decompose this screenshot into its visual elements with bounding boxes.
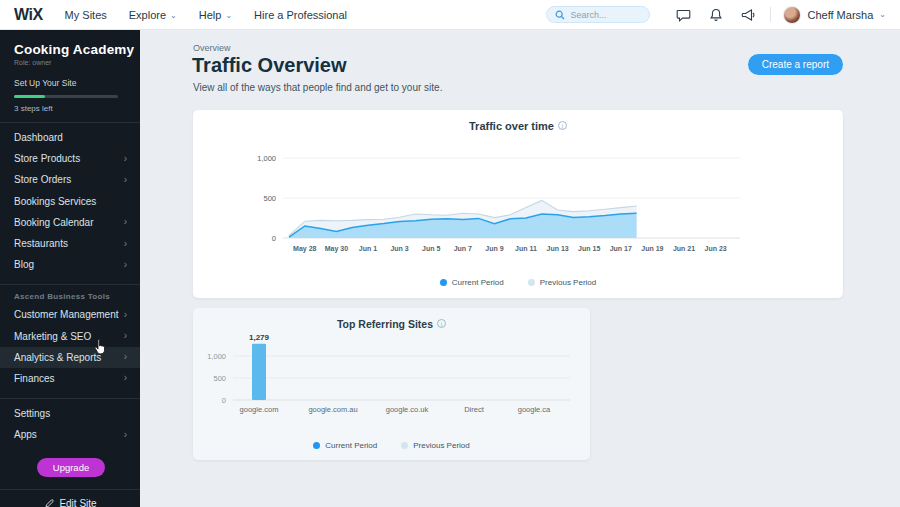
avatar [783, 6, 801, 24]
topbar-icons [676, 8, 756, 22]
search-icon [555, 10, 565, 20]
svg-text:google.com: google.com [240, 405, 279, 414]
megaphone-icon[interactable] [741, 8, 756, 22]
wix-logo[interactable]: WiX [14, 6, 43, 24]
sidebar-item-restaurants[interactable]: Restaurants› [0, 233, 140, 254]
sidebar-item-booking-calendar[interactable]: Booking Calendar› [0, 212, 140, 233]
svg-text:Jun 21: Jun 21 [673, 245, 695, 252]
site-role: Role: owner [14, 59, 140, 66]
svg-text:500: 500 [263, 194, 276, 203]
breadcrumb[interactable]: Overview [193, 43, 231, 53]
edit-site-label: Edit Site [59, 498, 96, 507]
traffic-over-time-card: Traffic over timei 05001,000May 28May 30… [193, 110, 843, 298]
svg-text:Jun 5: Jun 5 [422, 245, 440, 252]
pencil-icon [45, 499, 54, 507]
sidebar-item-label: Store Products [14, 153, 80, 164]
legend-label: Current Period [325, 441, 377, 450]
sidebar-item-label: Settings [14, 408, 50, 419]
legend-item-previous-period[interactable]: Previous Period [528, 278, 596, 287]
account-menu[interactable]: Cheff Marsha ⌄ [783, 6, 886, 24]
topbar-nav-explore[interactable]: Explore⌄ [129, 9, 177, 21]
top-referring-sites-card: Top Referring Sitesi 05001,0001,279googl… [193, 308, 590, 460]
edit-site-button[interactable]: Edit Site [8, 498, 134, 507]
topbar: WiX My SitesExplore⌄Help⌄Hire a Professi… [0, 0, 900, 30]
sidebar-item-blog[interactable]: Blog› [0, 254, 140, 275]
traffic-chart-legend: Current PeriodPrevious Period [193, 278, 843, 287]
upgrade-button[interactable]: Upgrade [37, 458, 105, 477]
sidebar-divider [0, 284, 140, 285]
sidebar-item-label: Store Orders [14, 174, 71, 185]
legend-dot [401, 442, 408, 449]
svg-text:Jun 7: Jun 7 [454, 245, 472, 252]
svg-text:Direct: Direct [464, 405, 485, 414]
svg-text:Jun 19: Jun 19 [641, 245, 663, 252]
traffic-over-time-chart[interactable]: 05001,000May 28May 30Jun 1Jun 3Jun 5Jun … [193, 110, 843, 298]
sidebar: Cooking Academy Role: owner Set Up Your … [0, 30, 140, 507]
sidebar-item-bookings-services[interactable]: Bookings Services [0, 191, 140, 212]
sidebar-nav-ascend: Customer Management›Marketing & SEO›Anal… [14, 304, 140, 389]
sidebar-nav-bottom: SettingsApps› [14, 403, 140, 445]
chevron-right-icon: › [124, 175, 127, 185]
user-name: Cheff Marsha [807, 9, 873, 21]
chevron-right-icon: › [124, 352, 127, 362]
chevron-right-icon: › [124, 310, 127, 320]
sidebar-item-finances[interactable]: Finances› [0, 368, 140, 389]
sidebar-item-label: Customer Management [14, 309, 119, 320]
sidebar-item-store-products[interactable]: Store Products› [0, 148, 140, 169]
chevron-down-icon: ⌄ [170, 11, 177, 20]
sidebar-item-label: Analytics & Reports [14, 352, 101, 363]
legend-dot [313, 442, 320, 449]
page-subtitle: View all of the ways that people find an… [193, 82, 442, 93]
svg-text:Jun 11: Jun 11 [515, 245, 537, 252]
legend-item-current-period[interactable]: Current Period [313, 441, 377, 450]
sidebar-item-analytics-reports[interactable]: Analytics & Reports› [0, 347, 140, 368]
sidebar-item-marketing-seo[interactable]: Marketing & SEO› [0, 326, 140, 347]
sidebar-divider [0, 398, 140, 399]
topbar-nav-hire-a-professional[interactable]: Hire a Professional [254, 9, 347, 21]
chevron-right-icon: › [124, 430, 127, 440]
wix-dashboard-screen: WiX My SitesExplore⌄Help⌄Hire a Professi… [0, 0, 900, 507]
sidebar-item-apps[interactable]: Apps› [0, 424, 140, 445]
sidebar-item-store-orders[interactable]: Store Orders› [0, 169, 140, 190]
topbar-nav-help[interactable]: Help⌄ [199, 9, 232, 21]
legend-label: Current Period [452, 278, 504, 287]
chat-icon[interactable] [676, 8, 691, 22]
create-report-button[interactable]: Create a report [748, 54, 843, 75]
svg-text:0: 0 [272, 234, 276, 243]
svg-text:May 28: May 28 [293, 245, 316, 253]
legend-label: Previous Period [413, 441, 469, 450]
svg-text:May 30: May 30 [325, 245, 348, 253]
setup-progress-bar [14, 95, 118, 98]
legend-dot [528, 279, 535, 286]
svg-text:google.ca: google.ca [518, 405, 551, 414]
sidebar-divider [0, 122, 140, 123]
sidebar-item-label: Booking Calendar [14, 217, 94, 228]
svg-text:Jun 23: Jun 23 [705, 245, 727, 252]
sidebar-item-label: Blog [14, 259, 34, 270]
referral-chart-legend: Current PeriodPrevious Period [193, 441, 590, 450]
sidebar-item-dashboard[interactable]: Dashboard [0, 127, 140, 148]
setup-title[interactable]: Set Up Your Site [14, 78, 140, 88]
bell-icon[interactable] [709, 8, 723, 22]
search-input[interactable]: Search... [546, 6, 650, 23]
sidebar-item-settings[interactable]: Settings [0, 403, 140, 424]
legend-item-previous-period[interactable]: Previous Period [401, 441, 469, 450]
sidebar-divider [0, 489, 140, 490]
svg-text:Jun 9: Jun 9 [485, 245, 503, 252]
top-referring-sites-chart[interactable]: 05001,0001,279google.comgoogle.com.augoo… [193, 308, 590, 460]
sidebar-item-customer-management[interactable]: Customer Management› [0, 304, 140, 325]
legend-item-current-period[interactable]: Current Period [440, 278, 504, 287]
chevron-right-icon: › [124, 331, 127, 341]
main-content: Overview Traffic Overview View all of th… [140, 30, 900, 507]
svg-text:Jun 17: Jun 17 [610, 245, 632, 252]
sidebar-nav-main: DashboardStore Products›Store Orders›Boo… [14, 127, 140, 275]
chevron-down-icon: ⌄ [879, 10, 886, 19]
chevron-right-icon: › [124, 217, 127, 227]
sidebar-item-label: Restaurants [14, 238, 68, 249]
site-name: Cooking Academy [14, 42, 140, 57]
sidebar-item-label: Apps [14, 429, 37, 440]
svg-text:1,000: 1,000 [207, 352, 226, 361]
topbar-nav-my-sites[interactable]: My Sites [65, 9, 107, 21]
setup-steps-left: 3 steps left [14, 104, 140, 113]
svg-text:1,000: 1,000 [257, 154, 276, 163]
